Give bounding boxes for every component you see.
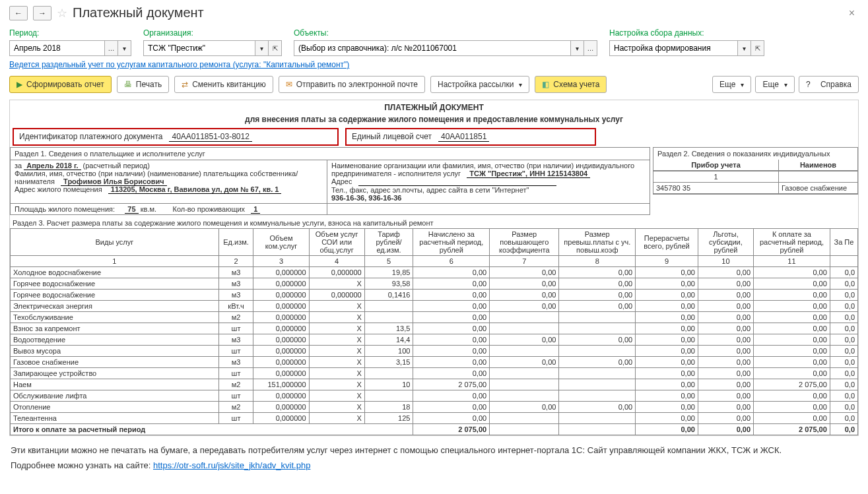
doc-header: ПЛАТЕЖНЫЙ ДОКУМЕНТ: [10, 100, 858, 115]
col-index: 11: [754, 256, 830, 267]
account-value: 40АА011851: [438, 132, 489, 142]
col-header: Размер повышающего коэффициента: [490, 229, 559, 256]
doc-id-value: 40АА011851-03-8012: [169, 132, 251, 142]
table-row[interactable]: Горячее водоснабжением30,0000000,0000000…: [11, 290, 858, 301]
col-index: 1: [11, 256, 219, 267]
col-header: Виды услуг: [11, 229, 219, 256]
document-area: ПЛАТЕЖНЫЙ ДОКУМЕНТ для внесения платы за…: [9, 100, 859, 436]
period-label: Период:: [9, 28, 131, 38]
period-input[interactable]: [9, 40, 105, 56]
col-index: 6: [413, 256, 490, 267]
org-label: Организация:: [143, 28, 282, 38]
objects-label: Объекты:: [294, 28, 597, 38]
col-index: 5: [364, 256, 413, 267]
accounting-scheme-button[interactable]: ◧Схема учета: [535, 76, 607, 93]
col-index: [830, 256, 857, 267]
print-button[interactable]: 🖶Печать: [117, 76, 169, 93]
section2: Раздел 2. Сведения о показаниях индивиду…: [653, 147, 858, 195]
col-index: 2: [218, 256, 253, 267]
period-picker-button[interactable]: …: [105, 40, 118, 56]
col-index: 8: [559, 256, 636, 267]
col-index: 7: [490, 256, 559, 267]
table-row[interactable]: Вывоз мусорашт0,000000Х1000,000,000,000,…: [11, 346, 858, 357]
doc-id-box: Идентификатор платежного документа 40АА0…: [13, 128, 339, 146]
doc-sub: для внесения платы за содержание жилого …: [10, 115, 858, 127]
section3-title: Раздел 3. Расчет размера платы за содерж…: [10, 215, 858, 228]
table-row[interactable]: Водоотведением30,000000Х14,40,000,000,00…: [11, 334, 858, 346]
table-row[interactable]: Запирающее устройствошт0,000000Х0,000,00…: [11, 368, 858, 379]
col-header: Объем ком.услуг: [253, 229, 309, 256]
account-box: Единый лицевой счет 40АА011851: [345, 128, 596, 146]
col-header: Льготы, субсидии, рублей: [698, 229, 753, 256]
col-index: 3: [253, 256, 309, 267]
objects-input[interactable]: [294, 40, 571, 56]
org-dropdown-button[interactable]: ▾: [255, 40, 269, 56]
col-header: За Пе: [830, 229, 857, 256]
section1: Раздел 1. Сведения о плательщике и испол…: [10, 147, 650, 215]
change-receipt-button[interactable]: ⇄Сменить квитанцию: [174, 76, 273, 93]
play-icon: ▶: [17, 80, 22, 89]
table-row[interactable]: Газовое снабжением30,000000Х3,150,000,00…: [11, 357, 858, 368]
col-header: Перерасчеты всего, рублей: [636, 229, 698, 256]
scheme-icon: ◧: [542, 80, 549, 89]
forward-button[interactable]: →: [33, 6, 51, 20]
mail-icon: ✉: [286, 80, 292, 89]
print-icon: 🖶: [124, 80, 132, 89]
services-table: Виды услугЕд.изм.Объем ком.услугОбъем ус…: [10, 228, 858, 435]
col-header: Размер превыш.платы с уч. повыш.коэф: [559, 229, 636, 256]
table-row[interactable]: Наемм2151,000000Х102 075,000,000,002 075…: [11, 379, 858, 390]
org-open-button[interactable]: ⇱: [269, 40, 282, 56]
col-header: К оплате за расчетный период, рублей: [754, 229, 830, 256]
period-dropdown-button[interactable]: ▾: [118, 40, 131, 56]
table-row[interactable]: Горячее водоснабжением30,000000Х93,580,0…: [11, 278, 858, 290]
table-row[interactable]: Обслуживание лифташт0,000000Х0,000,000,0…: [11, 390, 858, 402]
settings-input[interactable]: [609, 40, 738, 56]
table-row[interactable]: Электрическая энергиякВт.ч0,000000Х0,000…: [11, 301, 858, 312]
mailing-settings-button[interactable]: Настройка рассылки▾: [430, 76, 529, 93]
chevron-down-icon: ▾: [741, 81, 744, 88]
caprepair-link[interactable]: Ведется раздельный учет по услугам капит…: [9, 60, 349, 69]
page-title: Платежный документ: [73, 5, 204, 20]
org-input[interactable]: [143, 40, 255, 56]
objects-dropdown-button[interactable]: ▾: [571, 40, 584, 56]
col-index: 10: [698, 256, 753, 267]
form-report-button[interactable]: ▶Сформировать отчет: [9, 76, 112, 93]
chevron-down-icon: ▾: [784, 81, 787, 88]
help-button[interactable]: ? Справка: [799, 76, 859, 93]
col-header: Объем услуг СОИ или общ.услуг: [309, 229, 364, 256]
help-icon: ?: [806, 80, 811, 89]
settings-label: Настройка сбора данных:: [609, 28, 764, 38]
footer-text: Эти квитанции можно не печатать на бумаг…: [9, 436, 859, 458]
col-header: Начислено за расчетный период, рублей: [413, 229, 490, 256]
swap-icon: ⇄: [182, 80, 188, 89]
footer-link[interactable]: https://otr-soft.ru/jsk/site_jkh/adv_kvi…: [153, 460, 310, 470]
chevron-down-icon: ▾: [519, 81, 522, 88]
col-index: 4: [309, 256, 364, 267]
col-header: Тариф рублей/ ед.изм.: [364, 229, 413, 256]
back-button[interactable]: ←: [9, 6, 28, 20]
col-index: 9: [636, 256, 698, 267]
table-row[interactable]: Холодное водоснабжением30,0000000,000000…: [11, 267, 858, 278]
more-button-1[interactable]: Еще▾: [712, 76, 751, 93]
settings-open-button[interactable]: ⇱: [751, 40, 764, 56]
favorite-icon[interactable]: ☆: [57, 6, 67, 20]
table-row[interactable]: Отоплением20,000000Х180,000,000,000,000,…: [11, 402, 858, 413]
table-row[interactable]: Взнос за капремонтшт0,000000Х13,50,000,0…: [11, 323, 858, 334]
send-email-button[interactable]: ✉Отправить по электронной почте: [279, 76, 425, 93]
objects-picker-button[interactable]: …: [584, 40, 597, 56]
col-header: Ед.изм.: [218, 229, 253, 256]
close-button[interactable]: ×: [845, 7, 859, 19]
more-button-2[interactable]: Еще▾: [755, 76, 794, 93]
table-row[interactable]: Техобслуживанием20,000000Х0,000,000,000,…: [11, 312, 858, 323]
table-row[interactable]: Телеантеннашт0,000000Х1250,000,000,000,0…: [11, 413, 858, 424]
settings-dropdown-button[interactable]: ▾: [738, 40, 751, 56]
